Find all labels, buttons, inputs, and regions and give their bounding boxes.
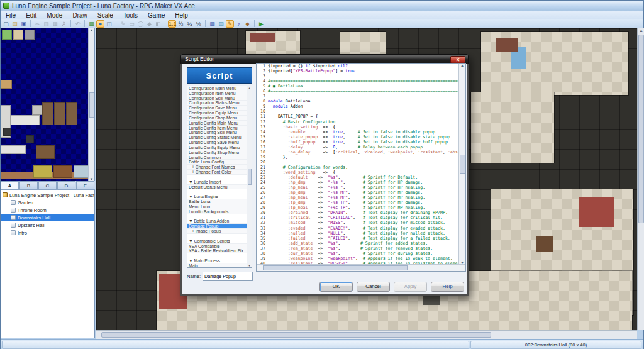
script-list-item[interactable]: Main	[187, 263, 252, 268]
zoom-actual-size-icon[interactable]: 1:1	[168, 20, 176, 28]
script-list-item[interactable]: Lunatic Config Main Menu	[187, 121, 252, 126]
code-line[interactable]: 24 :hp_dmg => "-%s ", # Sprintf for HP d…	[257, 180, 459, 185]
palette-tile[interactable]	[53, 165, 72, 178]
code-line[interactable]: 21 # Configuration for words.	[257, 165, 459, 170]
map-vscroll-thumb[interactable]	[638, 35, 644, 223]
code-line[interactable]: 16 :buff_popup => true, # Set to false t…	[257, 140, 459, 145]
script-list-item[interactable]: ▼ Compatible Scripts	[187, 239, 252, 244]
script-list-item[interactable]: Configuration Item Menu	[187, 91, 252, 96]
script-list-item[interactable]: + Change Font Color	[187, 170, 252, 175]
delete-icon[interactable]: ✗	[60, 20, 68, 28]
script-list-item[interactable]: Configuration Main Menu	[187, 86, 252, 91]
code-line[interactable]: 28 :tp_dmg => "-%s TP", # Sprintf for MP…	[257, 200, 459, 205]
script-list-item[interactable]: ▼ Lunatic Import	[187, 180, 252, 185]
code-hscroll-thumb[interactable]	[263, 265, 408, 270]
code-line[interactable]: 15 :state_popup => true, # Set to false …	[257, 135, 459, 140]
code-line[interactable]: 9 module Addon	[257, 104, 459, 109]
script-list-item[interactable]: Configuration Status Menu	[187, 101, 252, 106]
code-line[interactable]: 31 :critical => "CRITICAL", # Text displ…	[257, 215, 459, 220]
code-line[interactable]: 27 :mp_heal => "+%s MP", # Sprintf for M…	[257, 195, 459, 200]
script-list-scrollbar[interactable]: ▲ ▼	[247, 86, 252, 267]
menu-draw[interactable]: Draw	[67, 11, 92, 19]
fill-tool-icon[interactable]: ◆	[145, 20, 153, 28]
code-line[interactable]: 37 :rem_state => "%s", # Sprintf for rem…	[257, 246, 459, 251]
script-list-item[interactable]: + Image Popup	[187, 229, 252, 234]
code-line[interactable]: 19 },	[257, 155, 459, 160]
tileset-tab-e[interactable]: E	[76, 181, 94, 189]
code-line[interactable]: 29 :tp_heal => "+%s TP", # Sprintf for M…	[257, 205, 459, 210]
tileset-tab-d[interactable]: D	[57, 181, 75, 189]
palette-tile[interactable]	[25, 30, 35, 40]
code-lines[interactable]: 1 $imported = {} if $imported.nil? 2 $im…	[257, 64, 459, 265]
code-line[interactable]: 12 # Basic Configuration.	[257, 119, 459, 125]
paste-icon[interactable]: ▦	[51, 20, 59, 28]
tree-map-item[interactable]: Upstairs Hall	[1, 221, 94, 229]
rectangle-tool-icon[interactable]: ▭	[128, 20, 136, 28]
palette-tile[interactable]	[66, 102, 77, 125]
code-line[interactable]: 2 $imported["YES-BattlePopup"] = true	[257, 69, 459, 74]
script-list-item[interactable]: YEA - Battle Revival/Item Fix	[187, 248, 252, 253]
tileset-tab-b[interactable]: B	[19, 181, 38, 189]
tree-root[interactable]: Luna Engine Sample Project - Luna Fact	[1, 191, 94, 199]
code-line[interactable]: 35 :failed => "FAILED", # Text display f…	[257, 236, 459, 241]
script-list-item[interactable]: Lunatic Config Skill Menu	[187, 130, 252, 135]
menu-edit[interactable]: Edit	[21, 11, 42, 19]
map-horizontal-scrollbar[interactable]	[96, 330, 637, 339]
tree-map-item[interactable]: Downstairs Hall	[1, 214, 94, 221]
tree-map-item[interactable]: Garden	[1, 199, 94, 206]
copy-icon[interactable]: ▥	[42, 20, 50, 28]
script-list-item[interactable]: Lunatic Common	[187, 155, 252, 160]
code-line[interactable]: 39 :weakpoint => "weakpoint", # Appears …	[257, 256, 459, 261]
character-generator-icon[interactable]: ☻	[243, 20, 252, 28]
code-line[interactable]: 25 :hp_heal => "+%s ", # Sprintf for HP …	[257, 185, 459, 190]
code-line[interactable]: 32 :missed => "MISS", # Text display for…	[257, 220, 459, 225]
palette-scrollbar[interactable]: ▲ ▼	[88, 28, 94, 181]
save-project-icon[interactable]: ▣	[19, 20, 28, 28]
menu-tools[interactable]: Tools	[118, 11, 143, 19]
code-line[interactable]: 8 module BattleLuna	[257, 99, 459, 104]
code-editor[interactable]: 1 $imported = {} if $imported.nil? 2 $im…	[256, 63, 466, 272]
code-line[interactable]: 10	[257, 109, 459, 114]
menu-mode[interactable]: Mode	[42, 11, 67, 19]
code-line[interactable]: 13 :basic_setting => {	[257, 125, 459, 130]
code-vscroll-thumb[interactable]	[460, 155, 465, 174]
script-list-item[interactable]: Configuration Save Menu	[187, 106, 252, 111]
scroll-up-icon[interactable]: ▲	[460, 64, 464, 67]
code-line[interactable]: 30 :drained => "DRAIN", # Text display f…	[257, 210, 459, 215]
script-list-item[interactable]: ▼ Battle Luna Addon	[187, 219, 252, 224]
scroll-up-icon[interactable]: ▲	[639, 28, 643, 33]
script-list-item[interactable]: Battle Luna	[187, 199, 252, 204]
script-list-item[interactable]: Configuration Shop Menu	[187, 116, 252, 121]
palette-tile[interactable]	[36, 145, 55, 159]
tree-map-item[interactable]: Throne Room	[1, 206, 94, 214]
script-list-item[interactable]: Lunatic Config Equip Menu	[187, 145, 252, 150]
open-project-icon[interactable]: ▤	[11, 20, 19, 28]
database-icon[interactable]: ▦	[208, 20, 216, 28]
palette-tile[interactable]	[1, 145, 26, 154]
script-list-item[interactable]: Lunatic Config Shop Menu	[187, 150, 252, 155]
palette-tile[interactable]	[42, 102, 53, 125]
map-mode-icon[interactable]: ▦	[87, 20, 96, 28]
code-line[interactable]: 33 :evaded => "EVADE!", # Text display f…	[257, 226, 459, 231]
palette-tile[interactable]	[26, 135, 34, 143]
code-line[interactable]: 17 :delay => 0, # Delay between each pop…	[257, 145, 459, 150]
script-list-item[interactable]: Default Status Menu	[187, 185, 252, 190]
tileset-tab-c[interactable]: C	[38, 181, 57, 189]
script-list-item[interactable]: Configuration Equip Menu	[187, 111, 252, 116]
ok-button[interactable]: OK	[319, 282, 353, 292]
shadow-tool-icon[interactable]: ◧	[154, 20, 162, 28]
menu-scale[interactable]: Scale	[92, 11, 118, 19]
scroll-up-icon[interactable]: ▲	[248, 86, 251, 90]
palette-tile[interactable]	[33, 165, 52, 178]
code-line[interactable]: 23 :default => "%s", # Sprintf for Defau…	[257, 175, 459, 180]
zoom-half-icon[interactable]: ½	[177, 20, 185, 28]
menu-game[interactable]: Game	[143, 11, 170, 19]
scroll-up-icon[interactable]: ▲	[90, 28, 94, 32]
zoom-eighth-icon[interactable]: ⅛	[194, 20, 203, 28]
palette-tile[interactable]	[3, 128, 11, 136]
script-list-item[interactable]: ▼ Luna Engine	[187, 194, 252, 199]
script-list-item[interactable]: Battle Luna Config	[187, 160, 252, 165]
apply-button[interactable]: Apply	[394, 282, 427, 292]
code-line[interactable]: 4 #=====================================…	[257, 79, 459, 84]
script-list-item[interactable]: Damage Popup	[187, 224, 252, 229]
